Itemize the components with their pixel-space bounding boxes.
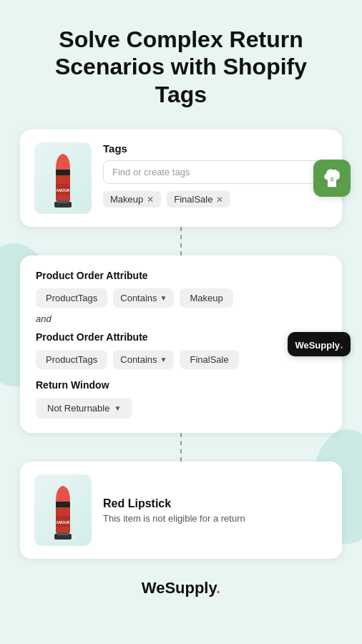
dropdown-arrow-icon: ▼ bbox=[160, 294, 167, 302]
rule2-attribute: ProductTags bbox=[36, 350, 107, 369]
rule1-row: ProductTags Contains ▼ Makeup bbox=[36, 288, 326, 308]
not-returnable-dropdown[interactable]: Not Returnable ▼ bbox=[36, 398, 132, 419]
shopify-badge: S bbox=[313, 160, 351, 197]
not-returnable-arrow-icon: ▼ bbox=[114, 404, 121, 412]
shopify-tags-card: AMOUR Tags Find or create tags Makeup ✕ bbox=[20, 130, 342, 227]
result-product-name: Red Lipstick bbox=[103, 497, 245, 510]
result-lipstick-image: AMOUR bbox=[34, 474, 92, 546]
svg-text:S: S bbox=[330, 176, 333, 182]
wesupply-dot: . bbox=[340, 337, 343, 351]
rule1-value: Makeup bbox=[180, 288, 233, 308]
result-text: Red Lipstick This item is not eligible f… bbox=[103, 497, 245, 524]
rule2-operator-dropdown[interactable]: Contains ▼ bbox=[113, 350, 174, 369]
tags-label: Tags bbox=[103, 142, 328, 155]
card-top-row: AMOUR Tags Find or create tags Makeup ✕ bbox=[34, 142, 328, 214]
rule2-title: Product Order Attribute bbox=[36, 331, 326, 343]
return-window-title: Return Window bbox=[36, 379, 326, 391]
tags-input-field[interactable]: Find or create tags bbox=[103, 160, 328, 184]
lipstick-icon: AMOUR bbox=[45, 148, 81, 209]
tags-section: Tags Find or create tags Makeup ✕ FinalS… bbox=[103, 142, 328, 208]
svg-rect-12 bbox=[57, 532, 69, 535]
connector-2 bbox=[180, 433, 182, 462]
rule1-title: Product Order Attribute bbox=[36, 270, 326, 281]
wesupply-badge-text: WeSupply. bbox=[295, 338, 343, 351]
connector-1 bbox=[180, 227, 182, 255]
remove-finalsale-tag-button[interactable]: ✕ bbox=[216, 195, 223, 205]
footer-dot: . bbox=[216, 579, 220, 597]
result-eligibility-message: This item is not eligible for a return bbox=[103, 513, 245, 524]
rule2-value: FinalSale bbox=[180, 350, 238, 369]
rule1-operator-dropdown[interactable]: Contains ▼ bbox=[113, 288, 174, 308]
page-title: Solve Complex Return Scenarios with Shop… bbox=[45, 26, 317, 108]
result-lipstick-icon: AMOUR bbox=[45, 480, 81, 541]
footer: WeSupply. bbox=[142, 579, 220, 597]
wesupply-badge: WeSupply. bbox=[288, 332, 351, 356]
lipstick-product-image: AMOUR bbox=[34, 142, 92, 214]
rule2-row: ProductTags Contains ▼ FinalSale bbox=[36, 350, 326, 369]
result-card: AMOUR Red Lipstick This item is not elig… bbox=[20, 462, 342, 559]
chip-finalsale: FinalSale ✕ bbox=[167, 191, 230, 208]
svg-rect-1 bbox=[56, 170, 70, 175]
result-row: AMOUR Red Lipstick This item is not elig… bbox=[34, 474, 328, 546]
tags-chips-container: Makeup ✕ FinalSale ✕ bbox=[103, 191, 328, 208]
footer-brand-name: WeSupply. bbox=[142, 579, 220, 597]
rules-card: Product Order Attribute ProductTags Cont… bbox=[20, 255, 342, 433]
rule1-attribute: ProductTags bbox=[36, 288, 107, 308]
svg-text:AMOUR: AMOUR bbox=[57, 188, 70, 192]
dropdown-arrow-2-icon: ▼ bbox=[160, 356, 167, 364]
main-content: Solve Complex Return Scenarios with Shop… bbox=[20, 26, 342, 597]
shopify-logo-icon: S bbox=[321, 167, 343, 189]
remove-makeup-tag-button[interactable]: ✕ bbox=[147, 195, 154, 205]
and-label: and bbox=[36, 313, 326, 324]
svg-rect-5 bbox=[57, 200, 69, 203]
svg-rect-8 bbox=[56, 502, 70, 507]
chip-makeup: Makeup ✕ bbox=[103, 191, 161, 208]
svg-text:AMOUR: AMOUR bbox=[57, 520, 70, 525]
